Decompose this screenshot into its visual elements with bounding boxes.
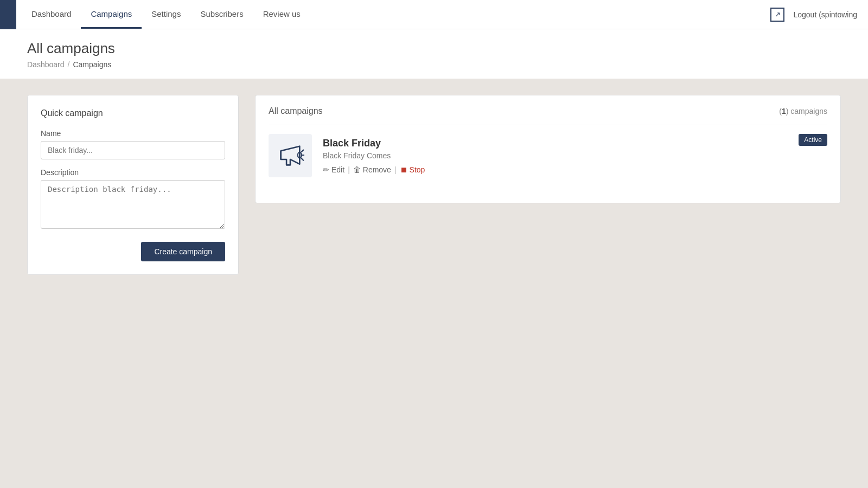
quick-campaign-card: Quick campaign Name Description Create c… bbox=[27, 95, 239, 275]
page-title: All campaigns bbox=[27, 40, 841, 57]
quick-campaign-title: Quick campaign bbox=[41, 108, 225, 118]
name-input[interactable] bbox=[41, 141, 225, 159]
campaign-info: Black Friday Black Friday Comes ✏ Edit |… bbox=[323, 138, 827, 174]
description-textarea[interactable] bbox=[41, 180, 225, 229]
nav-item-review-us[interactable]: Review us bbox=[253, 0, 310, 29]
main-content: Quick campaign Name Description Create c… bbox=[0, 79, 868, 291]
navbar: Dashboard Campaigns Settings Subscribers… bbox=[0, 0, 868, 29]
nav-item-dashboard[interactable]: Dashboard bbox=[22, 0, 81, 29]
breadcrumb: Dashboard / Campaigns bbox=[27, 60, 841, 69]
svg-line-5 bbox=[302, 158, 303, 160]
stop-icon: ⏹ bbox=[400, 165, 407, 174]
pencil-icon: ✏ bbox=[323, 165, 329, 174]
action-separator-1: | bbox=[348, 165, 350, 174]
active-badge: Active bbox=[799, 134, 827, 146]
external-link-icon[interactable]: ↗ bbox=[770, 8, 784, 22]
description-label: Description bbox=[41, 168, 225, 177]
campaign-name: Black Friday bbox=[323, 138, 827, 149]
svg-marker-0 bbox=[281, 146, 300, 165]
campaigns-count: (1) campaigns bbox=[779, 107, 827, 115]
campaign-item: Black Friday Black Friday Comes ✏ Edit |… bbox=[269, 125, 827, 186]
description-field-group: Description bbox=[41, 168, 225, 231]
all-campaigns-header: All campaigns (1) campaigns bbox=[269, 106, 827, 116]
stop-button[interactable]: ⏹ Stop bbox=[400, 165, 425, 174]
create-campaign-button[interactable]: Create campaign bbox=[141, 242, 225, 261]
name-field-group: Name bbox=[41, 129, 225, 159]
campaign-icon-wrap bbox=[269, 134, 312, 177]
svg-line-3 bbox=[302, 150, 303, 152]
campaign-actions: ✏ Edit | 🗑 Remove | ⏹ Stop bbox=[323, 165, 827, 174]
campaigns-count-number: 1 bbox=[782, 107, 786, 115]
nav-right: ↗ Logout (spintowing bbox=[770, 8, 868, 22]
remove-label[interactable]: Remove bbox=[363, 165, 391, 174]
stop-label[interactable]: Stop bbox=[410, 165, 425, 174]
remove-button[interactable]: 🗑 Remove bbox=[353, 165, 391, 174]
trash-icon: 🗑 bbox=[353, 165, 361, 174]
breadcrumb-current: Campaigns bbox=[73, 60, 111, 69]
campaign-description: Black Friday Comes bbox=[323, 151, 827, 160]
action-separator-2: | bbox=[394, 165, 397, 174]
nav-item-subscribers[interactable]: Subscribers bbox=[190, 0, 253, 29]
megaphone-icon bbox=[276, 142, 304, 170]
nav-item-settings[interactable]: Settings bbox=[142, 0, 190, 29]
all-campaigns-card: All campaigns (1) campaigns Black Friday bbox=[255, 95, 841, 203]
breadcrumb-separator: / bbox=[68, 60, 70, 69]
nav-links: Dashboard Campaigns Settings Subscribers… bbox=[16, 0, 770, 29]
logout-button[interactable]: Logout (spintowing bbox=[793, 10, 857, 19]
name-label: Name bbox=[41, 129, 225, 138]
edit-button[interactable]: ✏ Edit bbox=[323, 165, 344, 174]
nav-item-campaigns[interactable]: Campaigns bbox=[81, 0, 142, 29]
edit-label[interactable]: Edit bbox=[331, 165, 344, 174]
breadcrumb-dashboard[interactable]: Dashboard bbox=[27, 60, 65, 69]
brand-bar bbox=[0, 0, 16, 29]
all-campaigns-title: All campaigns bbox=[269, 106, 323, 116]
page-header: All campaigns Dashboard / Campaigns bbox=[0, 29, 868, 79]
